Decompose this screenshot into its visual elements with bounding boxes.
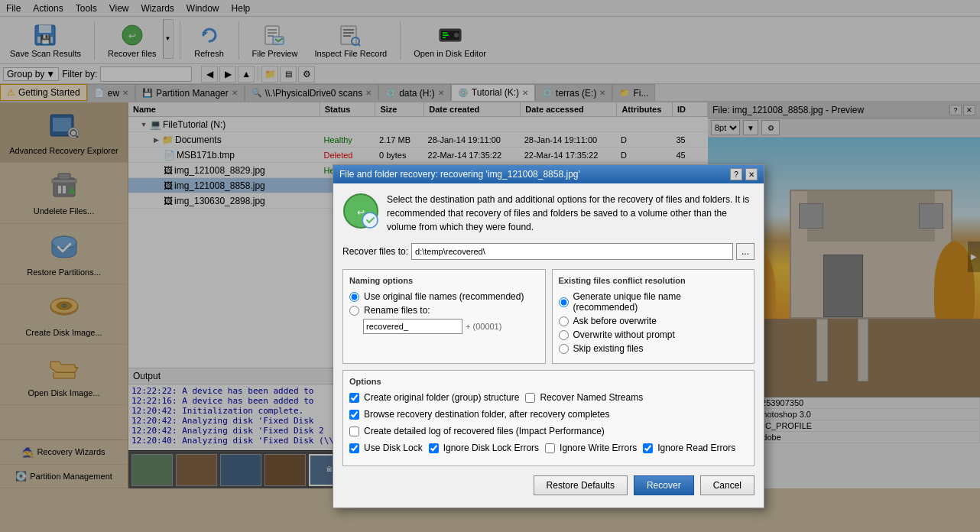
conflict-radio-2[interactable] [559, 330, 569, 340]
restore-defaults-button[interactable]: Restore Defaults [534, 475, 628, 495]
opt-label-1: Recover Named Streams [540, 392, 643, 403]
conflict-label-2: Overwrite without prompt [573, 329, 675, 340]
dialog-logo: ↩ [342, 193, 379, 229]
dialog-path-input[interactable] [411, 243, 733, 260]
opt-checkbox-4[interactable] [349, 443, 359, 453]
dialog-path-label: Recover files to: [342, 246, 408, 257]
use-original-label: Use original file names (recommended) [364, 291, 524, 302]
conflict-label-3: Skip existing files [573, 343, 644, 354]
recovery-dialog: File and folder recovery: recovering 'im… [333, 164, 764, 508]
dialog-buttons: Restore Defaults Recover Cancel [342, 472, 754, 498]
naming-options-panel: Naming options Use original file names (… [342, 269, 546, 364]
conflict-radio-3[interactable] [559, 344, 569, 354]
rename-to-radio[interactable] [349, 306, 359, 316]
opt-5: Ignore Disk Lock Errors [429, 443, 539, 453]
cancel-button[interactable]: Cancel [700, 475, 754, 495]
opt-1: Recover Named Streams [525, 392, 643, 403]
opt-2: Browse recovery destination folder, afte… [349, 409, 609, 420]
rename-to-label: Rename files to: [364, 305, 430, 316]
options-row-4: Use Disk Lock Ignore Disk Lock Errors Ig… [349, 443, 748, 456]
dialog-title-buttons: ? ✕ [730, 168, 758, 180]
opt-label-4: Use Disk Lock [364, 443, 423, 453]
svg-point-43 [362, 212, 378, 228]
rename-suffix: + (00001) [466, 322, 501, 331]
conflict-opt-3: Skip existing files [559, 343, 748, 354]
dialog-path-row: Recover files to: ... [342, 243, 754, 260]
opt-6: Ignore Write Errors [545, 443, 637, 453]
opt-checkbox-7[interactable] [643, 443, 653, 453]
conflict-radio-1[interactable] [559, 316, 569, 326]
use-original-radio[interactable] [349, 292, 359, 302]
dialog-body: ↩ Select the destination path and additi… [333, 183, 764, 508]
opt-label-5: Ignore Disk Lock Errors [443, 443, 539, 453]
opt-checkbox-6[interactable] [545, 443, 555, 453]
dialog-panels: Naming options Use original file names (… [342, 269, 754, 364]
rename-row: + (00001) [363, 319, 539, 334]
use-original-option: Use original file names (recommended) [349, 291, 539, 302]
dialog-overlay: File and folder recovery: recovering 'im… [0, 0, 980, 532]
dialog-close-btn[interactable]: ✕ [745, 168, 758, 180]
dialog-path-browse[interactable]: ... [736, 243, 754, 260]
opt-0: Create original folder (group) structure [349, 392, 519, 403]
dialog-description: Select the destination path and addition… [387, 193, 754, 234]
options-row-3: Create detailed log of recovered files (… [349, 426, 748, 440]
rename-input[interactable] [363, 319, 462, 334]
opt-checkbox-5[interactable] [429, 443, 439, 453]
conflict-opt-0: Generate unique file name (recommended) [559, 291, 748, 313]
opt-4: Use Disk Lock [349, 443, 423, 453]
options-row-1: Create original folder (group) structure… [349, 392, 748, 406]
opt-checkbox-3[interactable] [349, 427, 359, 436]
recover-button[interactable]: Recover [634, 475, 694, 495]
opt-label-3: Create detailed log of recovered files (… [364, 426, 605, 436]
conflict-panel: Existing files conflict resolution Gener… [552, 269, 755, 364]
opt-7: Ignore Read Errors [643, 443, 735, 453]
conflict-opt-2: Overwrite without prompt [559, 329, 748, 340]
conflict-title: Existing files conflict resolution [559, 276, 748, 285]
dialog-help-btn[interactable]: ? [730, 168, 742, 180]
rename-to-option: Rename files to: [349, 305, 539, 316]
dialog-titlebar: File and folder recovery: recovering 'im… [333, 165, 764, 183]
conflict-radio-0[interactable] [559, 297, 569, 307]
opt-checkbox-2[interactable] [349, 410, 359, 420]
conflict-opt-1: Ask before overwrite [559, 316, 748, 326]
conflict-label-1: Ask before overwrite [573, 316, 657, 326]
opt-checkbox-0[interactable] [349, 393, 359, 403]
dialog-intro: ↩ Select the destination path and additi… [342, 193, 754, 234]
opt-label-2: Browse recovery destination folder, afte… [364, 409, 609, 420]
options-title: Options [349, 377, 748, 386]
opt-label-0: Create original folder (group) structure [364, 392, 519, 403]
opt-3: Create detailed log of recovered files (… [349, 426, 605, 436]
dialog-title: File and folder recovery: recovering 'im… [339, 169, 580, 180]
conflict-label-0: Generate unique file name (recommended) [573, 291, 748, 313]
options-row-2: Browse recovery destination folder, afte… [349, 409, 748, 423]
opt-checkbox-1[interactable] [525, 393, 535, 403]
naming-options-title: Naming options [349, 276, 539, 285]
options-section: Options Create original folder (group) s… [342, 370, 754, 466]
opt-label-6: Ignore Write Errors [560, 443, 637, 453]
opt-label-7: Ignore Read Errors [657, 443, 735, 453]
